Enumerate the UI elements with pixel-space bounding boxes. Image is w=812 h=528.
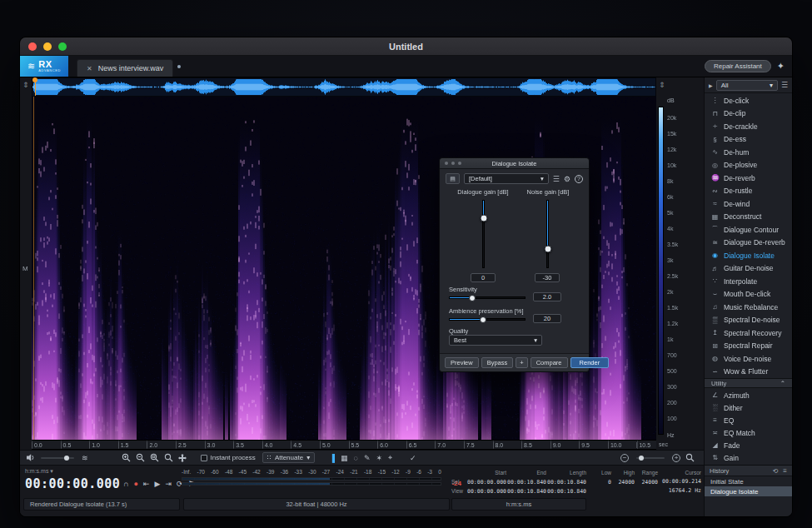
- zoom-slider-handle[interactable]: [639, 456, 644, 461]
- history-menu-icon[interactable]: ≡: [783, 467, 787, 475]
- noise-gain-value[interactable]: -30: [535, 273, 560, 282]
- sidebar-item-dither[interactable]: ░Dither: [705, 401, 792, 414]
- ambience-preservation-value[interactable]: 20: [533, 314, 561, 323]
- time-selection-tool-icon[interactable]: ▐: [330, 454, 335, 462]
- noise-gain-handle[interactable]: [544, 246, 551, 253]
- zoom-in-button[interactable]: +: [672, 454, 680, 462]
- play-icon[interactable]: ▶: [154, 480, 160, 488]
- sidebar-item-spectral-repair[interactable]: ⊞Spectral Repair: [705, 340, 792, 353]
- sidebar-item-fade[interactable]: ◢Fade: [705, 439, 792, 451]
- history-item-dialogue-isolate[interactable]: Dialogue Isolate: [705, 486, 792, 496]
- overview-left-handle-icon[interactable]: ⇕: [22, 81, 29, 89]
- range-value[interactable]: 0: [588, 479, 611, 486]
- range-value[interactable]: 24000: [611, 479, 635, 486]
- sensitivity-value[interactable]: 2.0: [533, 292, 561, 301]
- zoom-out-tool-icon[interactable]: [136, 453, 145, 462]
- time-format-selector[interactable]: h:m:s.ms ▾: [25, 468, 120, 475]
- sidebar-item-spectral-recovery[interactable]: ↥Spectral Recovery: [705, 326, 792, 340]
- monitor-icon[interactable]: ∩: [123, 480, 128, 488]
- sidebar-item-music-rebalance[interactable]: ♫Music Rebalance: [705, 301, 792, 314]
- sidebar-item-eq-match[interactable]: ≍EQ Match: [705, 426, 792, 439]
- level-meter[interactable]: -Inf.-70-60-48-45-42-39-36-33-30-27-24-2…: [182, 469, 461, 487]
- selection-value[interactable]: 00:00:10.840: [506, 488, 546, 495]
- preset-select[interactable]: [Default] ▾: [464, 173, 549, 184]
- sidebar-item-de-clip[interactable]: ⊓De-clip: [705, 107, 792, 121]
- preset-menu-icon[interactable]: ☰: [553, 175, 560, 183]
- repair-assistant-button[interactable]: Repair Assistant: [705, 60, 771, 72]
- amplitude-colorbar[interactable]: [658, 107, 664, 435]
- ambience-preservation-slider[interactable]: [449, 318, 526, 321]
- selection-unit[interactable]: h:m:s.ms: [451, 498, 586, 511]
- undo-icon[interactable]: ⟲: [773, 467, 779, 475]
- selection-value[interactable]: 00:00:10.840: [506, 479, 546, 486]
- sidebar-collapse-icon[interactable]: ▶: [709, 82, 713, 88]
- record-icon[interactable]: ●: [133, 480, 137, 488]
- selection-value[interactable]: 00:00:00.000: [466, 479, 506, 486]
- zoom-slider[interactable]: [636, 457, 665, 459]
- sidebar-item-de-plosive[interactable]: ◎De-plosive: [705, 159, 792, 172]
- marquee-tool-icon[interactable]: ⌖: [388, 453, 392, 462]
- sensitivity-handle[interactable]: [469, 295, 476, 301]
- sidebar-item-de-click[interactable]: ⋮De-click: [705, 94, 792, 107]
- lasso-selection-tool-icon[interactable]: ◌: [354, 454, 358, 462]
- sidebar-item-de-rustle[interactable]: ∾De-rustle: [705, 185, 792, 198]
- sidebar-item-dialogue-de-reverb[interactable]: ≅Dialogue De-reverb: [705, 237, 792, 250]
- spectrogram-waveform-blend-icon[interactable]: ≋: [82, 454, 88, 462]
- settings-gear-icon[interactable]: ⚙: [564, 175, 570, 183]
- overview-right-handle-icon[interactable]: ⇕: [659, 81, 665, 89]
- sidebar-item-de-wind[interactable]: ≈De-wind: [705, 197, 792, 211]
- dialogue-gain-slider[interactable]: [482, 200, 485, 268]
- go-to-start-icon[interactable]: ⇤: [143, 480, 150, 488]
- render-button[interactable]: Render: [570, 357, 610, 368]
- compare-button[interactable]: Compare: [531, 357, 568, 368]
- selection-value[interactable]: 00:00:00.000: [466, 488, 506, 495]
- tab-close-icon[interactable]: ✕: [87, 65, 92, 72]
- sidebar-item-azimuth[interactable]: ∠Azimuth: [705, 389, 792, 401]
- sidebar-item-eq[interactable]: ≡EQ: [705, 414, 792, 426]
- time-frequency-selection-tool-icon[interactable]: ▦: [341, 454, 348, 462]
- magnify-icon[interactable]: [685, 453, 695, 462]
- sidebar-item-guitar-de-noise[interactable]: ♬Guitar De-noise: [705, 262, 792, 276]
- add-preview-button[interactable]: +: [516, 357, 527, 368]
- sidebar-item-de-reverb[interactable]: ♒De-reverb: [705, 172, 792, 185]
- sidebar-item-mouth-de-click[interactable]: ⌣Mouth De-click: [705, 288, 792, 301]
- sensitivity-slider[interactable]: [449, 296, 526, 299]
- playhead-marker[interactable]: [32, 77, 37, 82]
- utility-section-header[interactable]: Utility ⌃: [705, 378, 792, 388]
- zoom-selection-tool-icon[interactable]: [150, 453, 159, 462]
- waveform-overview[interactable]: [32, 77, 656, 97]
- sidebar-item-gain[interactable]: ⇅Gain: [705, 451, 792, 464]
- hand-pan-tool-icon[interactable]: [178, 454, 187, 462]
- monitor-volume-slider[interactable]: [41, 457, 74, 459]
- preset-manager-icon[interactable]: ▤: [446, 173, 460, 184]
- go-to-end-icon[interactable]: ⇥: [165, 480, 172, 488]
- bypass-button[interactable]: Bypass: [481, 357, 514, 368]
- zoom-in-tool-icon[interactable]: [122, 453, 131, 462]
- time-ruler[interactable]: 0.00.51.01.52.02.53.03.54.04.55.05.56.06…: [32, 440, 656, 450]
- sidebar-item-de-ess[interactable]: §De-ess: [705, 133, 792, 147]
- overview-canvas[interactable]: [32, 78, 655, 96]
- sidebar-item-wow-flutter[interactable]: ∽Wow & Flutter: [705, 366, 792, 379]
- brush-selection-tool-icon[interactable]: ✎: [364, 454, 371, 462]
- range-value[interactable]: 24000: [635, 479, 658, 486]
- instant-process-action-select[interactable]: ∷ Attenuate ▾: [262, 452, 315, 463]
- sidebar-item-interpolate[interactable]: ∵Interpolate: [705, 275, 792, 288]
- selection-value[interactable]: 00:00:10.840: [546, 479, 586, 486]
- compare-check-icon[interactable]: ✓: [410, 454, 416, 462]
- sidebar-item-dialogue-contour[interactable]: ⌒Dialogue Contour: [705, 223, 792, 237]
- sidebar-item-spectral-de-noise[interactable]: ▒Spectral De-noise: [705, 314, 792, 327]
- dialog-titlebar[interactable]: Dialogue Isolate: [440, 158, 589, 169]
- selection-value[interactable]: 00:00:10.840: [546, 488, 586, 495]
- tab-news-interview[interactable]: ✕ News interview.wav: [77, 59, 173, 77]
- dialogue-gain-handle[interactable]: [480, 215, 487, 222]
- monitor-volume-icon[interactable]: [27, 454, 36, 461]
- module-list-menu-icon[interactable]: ☰: [781, 81, 788, 89]
- sidebar-item-deconstruct[interactable]: ▦Deconstruct: [705, 211, 792, 224]
- noise-gain-slider[interactable]: [546, 200, 549, 268]
- instant-process-checkbox[interactable]: [201, 455, 207, 461]
- sidebar-item-dialogue-isolate[interactable]: ◉Dialogue Isolate: [705, 249, 792, 262]
- ambience-preservation-handle[interactable]: [480, 316, 486, 323]
- history-item-initial-state[interactable]: Initial State: [705, 476, 792, 486]
- repair-wand-icon[interactable]: ✦: [777, 61, 785, 72]
- quality-select[interactable]: Best ▾: [449, 335, 542, 346]
